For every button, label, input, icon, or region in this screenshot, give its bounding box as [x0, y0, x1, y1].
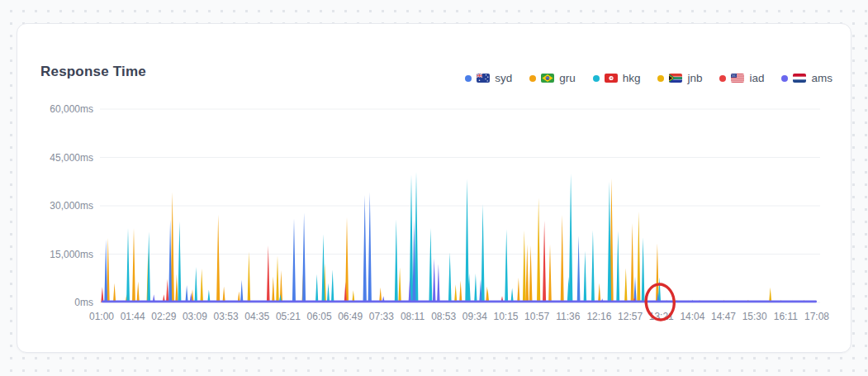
svg-text:14:47: 14:47: [711, 311, 736, 322]
svg-text:02:29: 02:29: [151, 311, 176, 322]
svg-text:04:35: 04:35: [244, 311, 269, 322]
svg-text:08:11: 08:11: [401, 311, 425, 322]
svg-text:03:53: 03:53: [214, 311, 239, 322]
svg-text:01:00: 01:00: [89, 311, 114, 322]
svg-text:15:30: 15:30: [742, 311, 767, 322]
svg-text:07:33: 07:33: [369, 311, 394, 322]
svg-text:01:44: 01:44: [121, 311, 145, 322]
svg-text:17:08: 17:08: [804, 311, 829, 322]
svg-text:0ms: 0ms: [74, 297, 93, 308]
svg-text:06:49: 06:49: [338, 311, 363, 322]
gridlines: [100, 109, 820, 302]
page-background: Response Time syd gru: [0, 0, 868, 376]
svg-text:06:05: 06:05: [307, 311, 332, 322]
svg-text:15,000ms: 15,000ms: [50, 249, 93, 260]
svg-text:12:16: 12:16: [586, 311, 611, 322]
series-gru: [107, 178, 811, 303]
svg-text:05:21: 05:21: [276, 311, 301, 322]
svg-text:16:11: 16:11: [774, 311, 798, 322]
svg-text:14:04: 14:04: [680, 311, 704, 322]
series-hkg: [126, 172, 661, 302]
response-time-card: Response Time syd gru: [17, 23, 851, 353]
svg-text:12:57: 12:57: [618, 311, 643, 322]
svg-text:03:09: 03:09: [183, 311, 207, 322]
svg-text:30,000ms: 30,000ms: [50, 200, 93, 212]
svg-text:10:57: 10:57: [524, 311, 549, 322]
y-axis-labels: 0ms15,000ms30,000ms45,000ms60,000ms: [50, 103, 93, 308]
response-time-chart[interactable]: 0ms15,000ms30,000ms45,000ms60,000ms01:00…: [17, 24, 852, 354]
svg-text:60,000ms: 60,000ms: [50, 103, 93, 115]
svg-text:09:34: 09:34: [462, 311, 487, 322]
series-jnb: [147, 198, 772, 302]
svg-text:45,000ms: 45,000ms: [50, 152, 93, 164]
x-axis-labels: 01:0001:4402:2903:0903:5304:3505:2106:05…: [89, 311, 829, 322]
svg-text:08:53: 08:53: [431, 311, 456, 322]
series-syd: [104, 193, 694, 302]
svg-text:10:15: 10:15: [493, 311, 518, 322]
svg-text:11:36: 11:36: [556, 311, 580, 322]
